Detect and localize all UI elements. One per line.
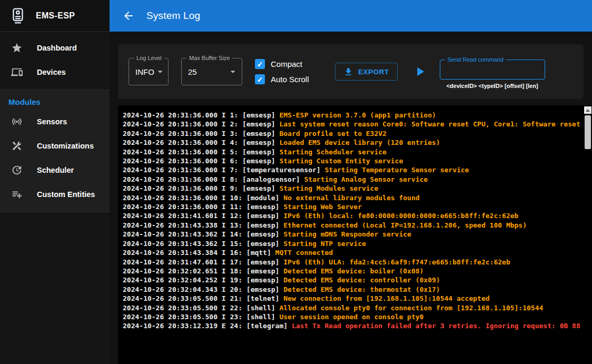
log-line: 2024-10-26 20:31:36.000 I 8: [analogsens… [123,175,583,184]
send-command-field: Send Read command <deviceID> <typeID> [o… [440,60,545,89]
log-line: 2024-10-26 20:31:41.601 I 12: [emsesp] I… [123,211,583,220]
send-read-command-label: Send Read command [445,56,506,63]
log-line: 2024-10-26 20:31:36.000 I 5: [emsesp] St… [123,147,583,156]
modules-section: Modules SensorsCustomizationsSchedulerCu… [0,90,110,212]
back-button[interactable] [120,7,137,24]
send-read-command-input-wrap: Send Read command [440,60,545,80]
chevron-down-icon [227,66,239,77]
send-read-command-input[interactable] [440,60,545,79]
system-log-output[interactable]: 2024-10-26 20:31:36.000 I 1: [emsesp] EM… [118,105,592,364]
checkbox-checked-icon [255,74,265,84]
auto-scroll-checkbox-label: Auto Scroll [271,75,309,84]
log-line: 2024-10-26 20:31:36.000 I 3: [emsesp] Bo… [123,129,583,138]
checkbox-group: Compact Auto Scroll [255,59,322,84]
max-buffer-size-select[interactable]: Max Buffer Size 25 [181,58,242,85]
log-line: 2024-10-26 20:33:05.500 I 21: [telnet] N… [123,294,583,303]
star-icon [11,42,23,54]
tools-icon [11,140,23,152]
log-level-value: INFO [135,67,154,76]
download-icon [343,67,353,77]
max-buffer-size-value: 25 [188,67,197,76]
clock-update-icon [11,164,23,176]
log-line: 2024-10-26 20:31:36.000 I 9: [emsesp] St… [123,184,583,193]
log-scrollbar[interactable] [584,105,592,364]
max-buffer-size-label: Max Buffer Size [186,55,232,61]
log-line: 2024-10-26 20:33:05.500 I 23: [shell] Us… [123,312,583,321]
content: Log Level INFO Max Buffer Size 25 [110,32,592,364]
compact-checkbox[interactable]: Compact [255,59,322,69]
sidebar-item-custom-entities[interactable]: Custom Entities [0,182,110,206]
sidebar-nav-modules: SensorsCustomizationsSchedulerCustom Ent… [0,110,110,206]
sidebar: EMS-ESP DashboardDevices Modules Sensors… [0,0,110,364]
playlist-add-icon [11,188,23,201]
log-line: 2024-10-26 20:33:12.319 E 24: [telegram]… [123,321,583,330]
sidebar-item-dashboard[interactable]: Dashboard [0,36,110,60]
log-line: 2024-10-26 20:32:04.252 I 19: [emsesp] D… [123,276,583,284]
sidebar-item-label: Customizations [37,142,94,150]
export-button-label: EXPORT [358,68,389,76]
sidebar-item-customizations[interactable]: Customizations [0,134,110,158]
sidebar-nav-main: DashboardDevices [0,32,110,85]
app-title: EMS-ESP [36,11,75,21]
log-lines: 2024-10-26 20:31:36.000 I 1: [emsesp] EM… [123,111,583,359]
checkbox-checked-icon [255,59,265,69]
sidebar-item-label: Custom Entities [37,190,95,199]
appbar: System Log [110,0,592,32]
log-line: 2024-10-26 20:32:02.651 I 18: [emsesp] D… [123,267,583,276]
devices-icon [11,66,23,78]
log-line: 2024-10-26 20:31:36.000 I 1: [emsesp] EM… [123,111,583,120]
sidebar-item-label: Dashboard [37,44,77,52]
log-line: 2024-10-26 20:31:43.362 I 14: [emsesp] S… [123,230,583,239]
scrollbar-thumb[interactable] [585,115,591,149]
export-button[interactable]: EXPORT [335,63,398,81]
log-line: 2024-10-26 20:31:36.000 I 11: [emsesp] S… [123,202,583,211]
compact-checkbox-label: Compact [271,60,302,68]
modules-section-label: Modules [0,90,110,110]
scrollbar-up-button[interactable] [584,106,591,114]
send-command-helper: <deviceID> <typeID> [offset] [len] [440,83,545,89]
auto-scroll-checkbox[interactable]: Auto Scroll [255,74,322,84]
ems-esp-logo-icon [8,6,27,25]
log-line: 2024-10-26 20:31:43.362 I 15: [emsesp] S… [123,239,583,248]
arrow-back-icon [122,9,135,22]
chevron-down-icon [154,66,166,77]
sidebar-item-label: Scheduler [37,166,74,174]
log-settings-card: Log Level INFO Max Buffer Size 25 [118,44,584,99]
sensors-icon [11,115,23,128]
sidebar-item-label: Sensors [37,117,67,126]
log-level-select[interactable]: Log Level INFO [129,58,169,85]
app-root: EMS-ESP DashboardDevices Modules Sensors… [0,0,592,364]
log-line: 2024-10-26 20:33:05.500 I 22: [shell] Al… [123,303,583,312]
sidebar-item-label: Devices [37,68,66,76]
play-arrow-icon [412,64,427,79]
log-line: 2024-10-26 20:31:47.601 I 17: [emsesp] I… [123,258,583,267]
log-line: 2024-10-26 20:31:36.000 I 4: [emsesp] Lo… [123,138,583,147]
log-line: 2024-10-26 20:31:36.000 I 6: [emsesp] St… [123,156,583,165]
log-level-label: Log Level [134,55,164,61]
sidebar-item-sensors[interactable]: Sensors [0,110,110,134]
main-area: System Log Log Level INFO Max Buffer Siz… [110,0,592,364]
page-title: System Log [146,10,200,22]
log-line: 2024-10-26 20:32:04.343 I 20: [emsesp] D… [123,285,583,294]
log-line: 2024-10-26 20:31:43.384 I 16: [mqtt] MQT… [123,248,583,257]
log-line: 2024-10-26 20:31:43.338 I 13: [emsesp] E… [123,221,583,230]
log-line: 2024-10-26 20:31:36.000 I 2: [emsesp] La… [123,120,583,129]
sidebar-item-devices[interactable]: Devices [0,60,110,84]
app-brand: EMS-ESP [0,0,110,32]
log-line: 2024-10-26 20:31:36.000 I 7: [temperatur… [123,165,583,174]
log-line: 2024-10-26 20:31:36.000 I 10: [module] N… [123,193,583,202]
sidebar-item-scheduler[interactable]: Scheduler [0,158,110,182]
send-command-button[interactable] [412,64,427,79]
